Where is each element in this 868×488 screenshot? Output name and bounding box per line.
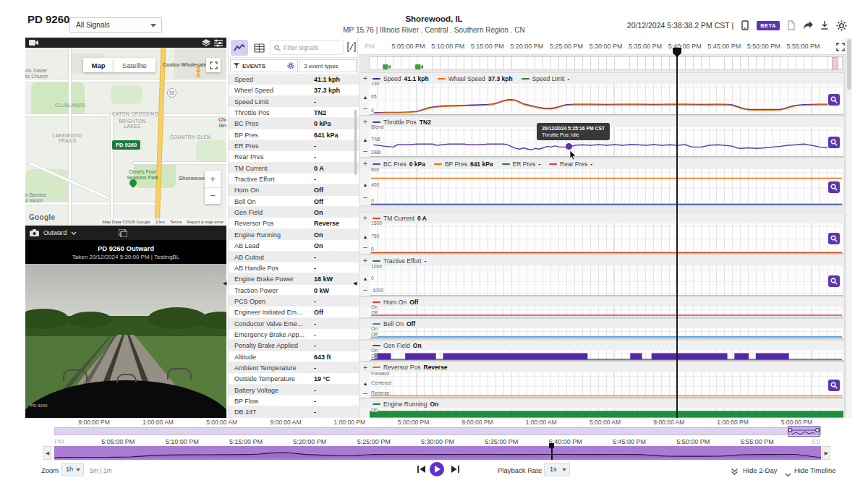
signal-row[interactable]: Traction Power0 kW	[229, 285, 359, 296]
google-map[interactable]: 59 Costco WholesaleFrancis XavierCatholi…	[25, 48, 226, 226]
signal-row[interactable]: Wheel Speed37.3 kph	[229, 85, 359, 95]
chart-plot-reversor[interactable]: ForwardCenteredReverse	[370, 372, 843, 398]
signal-row[interactable]: Outside Temperature19 °C	[229, 373, 359, 384]
signals-scrollbar[interactable]	[354, 110, 357, 175]
chart-zoom-out-button[interactable]: –	[362, 286, 369, 294]
legend-item[interactable]: BP Pres641 kPa	[434, 160, 493, 168]
chart-magnifier-button[interactable]	[828, 181, 840, 193]
timeline-band[interactable]	[54, 446, 821, 460]
legend-item[interactable]: Horn OnOff	[373, 299, 418, 306]
signal-filter-select[interactable]: All Signals	[69, 17, 162, 33]
signal-row[interactable]: AB LeadOn	[229, 240, 359, 251]
download-icon[interactable]	[820, 20, 830, 30]
chart-magnifier-button[interactable]	[828, 380, 840, 391]
table-view-button[interactable]	[250, 40, 268, 56]
signal-row[interactable]: PCS Open-	[229, 296, 359, 307]
chart-magnifier-button[interactable]	[828, 233, 840, 244]
hide-2day-button[interactable]: Hide 2-Day	[743, 466, 778, 474]
legend-item[interactable]: ER Pres-	[502, 160, 541, 168]
charts-fullscreen-button[interactable]	[836, 41, 845, 54]
signal-row[interactable]: Throttle PosTN2	[229, 107, 359, 118]
skip-back-button[interactable]	[417, 464, 427, 477]
legend-item[interactable]: Reversor PosReverse	[373, 364, 448, 371]
chart-plot-engine-running[interactable]: On	[370, 408, 843, 418]
signal-row[interactable]: Penalty Brake Applied-	[229, 340, 359, 351]
chart-plot-gen-field[interactable]: OnOff	[370, 350, 843, 361]
chart-pan-handle[interactable]: ▲	[362, 276, 369, 281]
settings-gear-icon[interactable]	[836, 20, 846, 30]
map-view-button[interactable]: Map	[83, 58, 114, 72]
two-day-overview-band[interactable]	[54, 427, 821, 435]
zoom-level-select[interactable]: 1h	[61, 463, 84, 476]
chart-plot-pressures[interactable]: 8004000	[370, 169, 843, 205]
train-position-marker[interactable]: PD 9260	[112, 140, 140, 150]
camera-icon[interactable]	[30, 229, 39, 236]
chart-plot-speed[interactable]: 130650	[370, 84, 843, 115]
signal-row[interactable]: Speed Limit-	[229, 96, 359, 107]
signal-row[interactable]: Bell OnOff	[229, 196, 359, 207]
signal-row[interactable]: Conductor Valve Eme...-	[229, 318, 359, 329]
legend-item[interactable]: Gen FieldOn	[373, 342, 422, 349]
signal-row[interactable]: AB Handle Pos-	[229, 262, 359, 273]
legend-item[interactable]: BC Pres0 kPa	[373, 160, 425, 168]
signal-row[interactable]: DB 24T-	[229, 406, 359, 417]
chart-plot-tractive-effort[interactable]: 10000-1000	[370, 266, 843, 296]
timeline-scroll-left-button[interactable]: ◀	[43, 446, 51, 460]
chart-magnifier-button[interactable]	[828, 275, 840, 287]
chart-zoom-in-button[interactable]: +	[362, 74, 369, 82]
signal-row[interactable]: Ambient Temperature-	[229, 362, 359, 373]
video-camera-icon[interactable]	[29, 39, 39, 46]
charts-scrollbar[interactable]	[846, 38, 852, 418]
signal-row[interactable]: Gen FieldOn	[229, 207, 359, 218]
gallery-icon[interactable]	[119, 229, 127, 237]
signal-row[interactable]: AB Cutout-	[229, 252, 359, 262]
playback-rate-select[interactable]: 1s	[544, 463, 570, 476]
filter-signals-input[interactable]: Filter signals	[270, 40, 344, 55]
chart-plot-tm-current[interactable]: 15007500	[370, 223, 843, 254]
map-terms-link[interactable]: Terms	[170, 220, 182, 224]
play-button[interactable]	[430, 462, 444, 476]
chart-zoom-out-button[interactable]: –	[362, 389, 369, 397]
video-event-strip[interactable]	[369, 56, 843, 70]
select-range-button[interactable]	[347, 42, 356, 55]
events-gear-icon[interactable]	[287, 62, 294, 69]
event-types-box[interactable]: 3 event types	[299, 59, 357, 72]
signal-row[interactable]: Reversor PosReverse	[229, 218, 359, 228]
chart-plot-horn[interactable]: OnOff	[370, 307, 843, 317]
chart-pan-handle[interactable]: ▲	[362, 137, 369, 142]
signal-row[interactable]: BC Pres0 kPa	[229, 118, 359, 129]
chart-zoom-in-button[interactable]: +	[362, 118, 369, 126]
signal-row[interactable]: Engine RunningOn	[229, 229, 359, 240]
alert-event-cell[interactable]	[832, 57, 838, 69]
chart-pan-handle[interactable]: ▲	[362, 182, 369, 187]
camera-event-icon[interactable]	[383, 60, 391, 73]
camera-event-icon[interactable]	[415, 60, 423, 73]
chart-zoom-in-button[interactable]: +	[362, 257, 369, 265]
chart-zoom-out-button[interactable]: –	[362, 243, 369, 251]
chart-zoom-in-button[interactable]: +	[362, 214, 369, 222]
hide-timeline-button[interactable]: Hide Timeline	[794, 466, 836, 474]
signal-row[interactable]: Emergency Brake App...-	[229, 329, 359, 340]
chart-view-button[interactable]	[231, 40, 248, 56]
camera-view-selector[interactable]: Outward	[43, 229, 67, 236]
signal-row[interactable]: BP Pres641 kPa	[229, 129, 359, 140]
chart-magnifier-button[interactable]	[828, 137, 840, 148]
forward-camera-frame[interactable]: PD 9260	[25, 264, 226, 418]
satellite-view-button[interactable]: Satellite	[114, 58, 156, 72]
zoom-in-button[interactable]: +	[205, 171, 221, 188]
signal-row[interactable]: Battery Voltage-	[229, 385, 359, 395]
chart-zoom-in-button[interactable]: +	[362, 364, 369, 372]
skip-forward-button[interactable]	[450, 464, 460, 477]
legend-item[interactable]: Bell OnOff	[373, 320, 415, 328]
legend-item[interactable]: Wheel Speed37.3 kph	[438, 75, 513, 82]
signal-row[interactable]: BP Flow-	[229, 395, 359, 406]
collapse-left-panel-handle[interactable]: ◀	[223, 281, 226, 286]
zoom-out-button[interactable]: −	[205, 188, 221, 205]
legend-item[interactable]: Speed41.1 kph	[373, 75, 429, 82]
timeline-scroll-right-button[interactable]: ▶	[822, 446, 830, 460]
signal-row[interactable]: Speed41.1 kph	[229, 74, 359, 85]
chart-pan-handle[interactable]: ▲	[362, 95, 369, 100]
map-report-link[interactable]: Report a map error	[187, 220, 224, 224]
signal-row[interactable]: ER Pres-	[229, 140, 359, 151]
share-icon[interactable]	[803, 20, 813, 30]
